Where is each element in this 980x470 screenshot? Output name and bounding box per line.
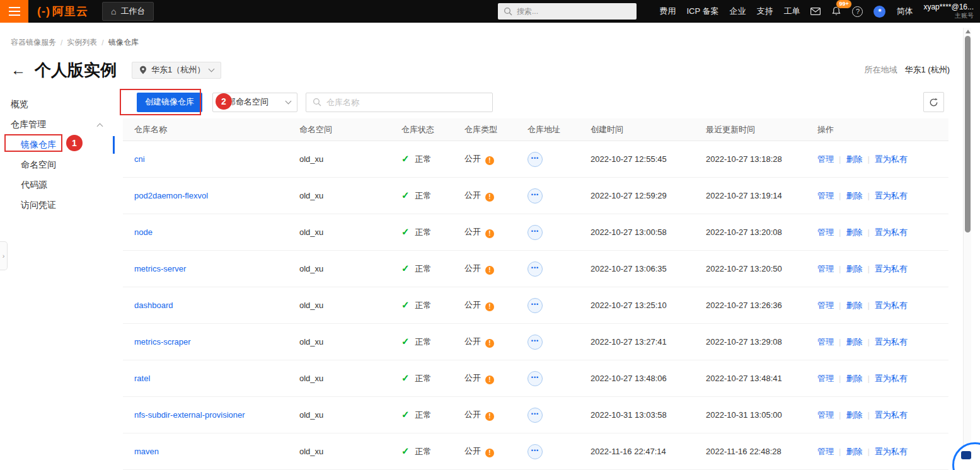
- assistant-icon[interactable]: *: [873, 6, 885, 18]
- repo-name-link[interactable]: node: [134, 227, 153, 237]
- table-row: maven old_xu ✓正常 公开! ••• 2022-11-16 22:4…: [123, 433, 948, 470]
- nav-billing[interactable]: 费用: [659, 6, 676, 17]
- namespace-filter-select[interactable]: 全部命名空间: [212, 93, 297, 112]
- repo-address-ellipsis-button[interactable]: •••: [527, 408, 543, 423]
- repo-name-link[interactable]: maven: [134, 447, 159, 456]
- refresh-button[interactable]: [923, 92, 944, 112]
- repo-name-link[interactable]: dashboard: [134, 301, 173, 310]
- delete-link[interactable]: 删除: [846, 337, 862, 347]
- manage-link[interactable]: 管理: [817, 410, 834, 420]
- repo-created-time: 2022-10-27 12:55:45: [579, 154, 695, 164]
- global-search-input[interactable]: [517, 7, 624, 16]
- aliyun-logo[interactable]: (-) 阿里云: [37, 4, 88, 19]
- help-icon[interactable]: ?: [852, 6, 863, 17]
- repo-created-time: 2022-11-16 22:47:14: [579, 447, 695, 456]
- set-private-link[interactable]: 置为私有: [875, 301, 908, 310]
- repo-name-link[interactable]: pod2daemon-flexvol: [134, 191, 208, 200]
- back-arrow-icon[interactable]: ←: [11, 62, 26, 77]
- delete-link[interactable]: 删除: [846, 301, 862, 310]
- repo-address-ellipsis-button[interactable]: •••: [527, 261, 543, 277]
- repo-namespace: old_xu: [288, 301, 390, 310]
- scrollbar-up-arrow[interactable]: [966, 30, 971, 33]
- workbench-button[interactable]: ⌂ 工作台: [102, 2, 154, 21]
- set-private-link[interactable]: 置为私有: [875, 227, 908, 237]
- check-icon: ✓: [401, 153, 410, 164]
- repo-address-ellipsis-button[interactable]: •••: [527, 371, 543, 386]
- floating-help-button[interactable]: [952, 442, 980, 470]
- repo-name-link[interactable]: metrics-scraper: [134, 337, 191, 347]
- nav-support[interactable]: 支持: [756, 6, 773, 17]
- sidebar-item-overview[interactable]: 概览: [0, 95, 115, 115]
- manage-link[interactable]: 管理: [817, 447, 834, 456]
- manage-link[interactable]: 管理: [817, 191, 834, 200]
- account-type: 主账号: [923, 12, 974, 20]
- delete-link[interactable]: 删除: [846, 447, 862, 456]
- repo-address-ellipsis-button[interactable]: •••: [527, 188, 543, 203]
- repo-type: 公开!: [453, 372, 516, 384]
- repo-namespace: old_xu: [288, 227, 390, 237]
- notifications-bell-icon[interactable]: 99+: [831, 6, 841, 16]
- breadcrumb-service[interactable]: 容器镜像服务: [11, 37, 56, 48]
- col-type: 仓库类型: [453, 124, 516, 135]
- repo-address-ellipsis-button[interactable]: •••: [527, 298, 543, 313]
- set-private-link[interactable]: 置为私有: [875, 447, 908, 456]
- repo-name-link[interactable]: nfs-subdir-external-provisioner: [134, 410, 245, 420]
- delete-link[interactable]: 删除: [846, 227, 862, 237]
- repo-name-link[interactable]: cni: [134, 154, 145, 164]
- sidebar-item-image-repo[interactable]: 镜像仓库: [0, 135, 115, 155]
- set-private-link[interactable]: 置为私有: [875, 374, 908, 383]
- nav-enterprise[interactable]: 企业: [729, 6, 746, 17]
- hamburger-menu-icon[interactable]: [0, 0, 28, 23]
- repo-address-ellipsis-button[interactable]: •••: [527, 444, 543, 459]
- repo-created-time: 2022-10-27 13:00:58: [579, 227, 695, 237]
- panel-collapse-handle[interactable]: ›: [0, 241, 8, 270]
- account-menu[interactable]: xyap****@16... 主账号: [923, 3, 974, 20]
- region-info-value: 华东1 (杭州): [905, 64, 950, 76]
- repo-status: ✓正常: [390, 263, 453, 275]
- workbench-label: 工作台: [120, 6, 145, 17]
- repo-updated-time: 2022-10-27 13:19:14: [695, 191, 806, 200]
- warning-icon: !: [485, 412, 494, 421]
- language-switch[interactable]: 简体: [896, 6, 913, 17]
- sidebar-item-namespace[interactable]: 命名空间: [0, 155, 115, 175]
- region-selector[interactable]: 华东1（杭州）: [132, 62, 221, 79]
- scrollbar-thumb[interactable]: [965, 36, 971, 232]
- set-private-link[interactable]: 置为私有: [875, 337, 908, 347]
- set-private-link[interactable]: 置为私有: [875, 264, 908, 273]
- breadcrumb-instances[interactable]: 实例列表: [67, 37, 97, 48]
- repo-created-time: 2022-10-27 13:48:06: [579, 374, 695, 383]
- repo-address-ellipsis-button[interactable]: •••: [527, 152, 543, 167]
- set-private-link[interactable]: 置为私有: [875, 410, 908, 420]
- manage-link[interactable]: 管理: [817, 264, 834, 273]
- delete-link[interactable]: 删除: [846, 264, 862, 273]
- manage-link[interactable]: 管理: [817, 227, 834, 237]
- delete-link[interactable]: 删除: [846, 191, 862, 200]
- repo-name-link[interactable]: metrics-server: [134, 264, 186, 273]
- col-repo-name: 仓库名称: [123, 124, 288, 135]
- manage-link[interactable]: 管理: [817, 301, 834, 310]
- sidebar-group-repo-management[interactable]: 仓库管理: [0, 115, 115, 135]
- delete-link[interactable]: 删除: [846, 410, 862, 420]
- manage-link[interactable]: 管理: [817, 337, 834, 347]
- manage-link[interactable]: 管理: [817, 374, 834, 383]
- location-pin-icon: [139, 66, 147, 74]
- repo-status: ✓正常: [390, 372, 453, 384]
- aliyun-logo-text: 阿里云: [52, 4, 88, 19]
- create-repo-button[interactable]: 创建镜像仓库: [137, 93, 202, 112]
- repo-status: ✓正常: [390, 445, 453, 457]
- sidebar-item-credentials[interactable]: 访问凭证: [0, 195, 115, 215]
- search-icon: [504, 7, 512, 16]
- sidebar-item-code-source[interactable]: 代码源: [0, 175, 115, 195]
- set-private-link[interactable]: 置为私有: [875, 154, 908, 164]
- repo-search-input[interactable]: [326, 98, 478, 107]
- repo-address-ellipsis-button[interactable]: •••: [527, 335, 543, 350]
- nav-tickets[interactable]: 工单: [783, 6, 800, 17]
- repo-name-link[interactable]: ratel: [134, 374, 150, 383]
- manage-link[interactable]: 管理: [817, 154, 834, 164]
- delete-link[interactable]: 删除: [846, 154, 862, 164]
- set-private-link[interactable]: 置为私有: [875, 191, 908, 200]
- nav-icp[interactable]: ICP 备案: [686, 6, 718, 17]
- mail-icon[interactable]: [810, 8, 821, 15]
- repo-address-ellipsis-button[interactable]: •••: [527, 225, 543, 240]
- delete-link[interactable]: 删除: [846, 374, 862, 383]
